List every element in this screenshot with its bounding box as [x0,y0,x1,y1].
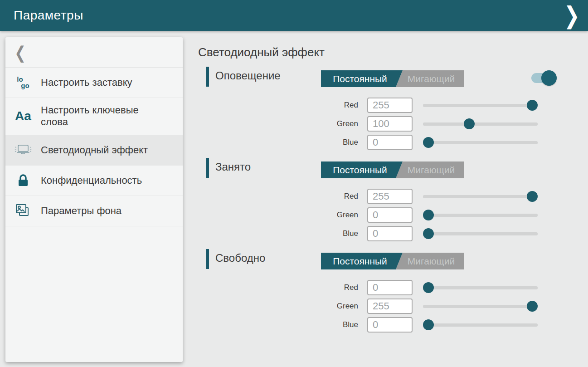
green-row: Green [198,298,588,314]
mode-solid-label: Постоянный [333,165,387,176]
green-row: Green [198,116,588,132]
blue-input[interactable] [367,317,413,333]
mode-blinking-button[interactable]: Мигающий [393,70,464,87]
green-slider[interactable] [423,298,538,314]
rgb-controls: Red Green Blue [198,189,588,245]
slider-thumb[interactable] [423,210,434,220]
red-row: Red [198,280,588,295]
section-accent-bar [206,67,209,87]
notification-enabled-switch[interactable] [531,73,555,83]
sidebar-item-label: Светодиодный эффект [41,138,152,162]
slider-track [423,195,538,198]
red-slider[interactable] [423,98,538,113]
slider-track [423,232,538,235]
blue-slider[interactable] [423,226,538,241]
images-icon [5,203,41,219]
sidebar-item-background[interactable]: Параметры фона [5,196,183,226]
slider-thumb[interactable] [464,118,475,129]
mode-blinking-label: Мигающий [408,165,455,176]
app-header: Параметры ❯ [0,0,588,31]
sidebar-item-privacy[interactable]: Конфиденциальность [5,166,183,196]
mode-blinking-label: Мигающий [408,256,455,267]
section-title: Оповещение [215,69,281,82]
slider-thumb[interactable] [423,282,434,293]
green-slider[interactable] [423,207,538,223]
red-row: Red [198,189,588,204]
green-label: Green [313,302,358,311]
slider-thumb[interactable] [423,137,434,148]
mode-solid-button[interactable]: Постоянный [321,161,403,178]
blue-row: Blue [198,135,588,150]
section-free: Свободно Мигающий Постоянный Red Green [198,249,588,335]
mode-segmented-control: Мигающий Постоянный [321,253,464,269]
slider-thumb[interactable] [527,301,538,312]
red-label: Red [313,101,358,110]
blue-label: Blue [313,138,358,147]
red-input[interactable] [367,280,413,295]
mode-solid-label: Постоянный [333,256,387,267]
green-input[interactable] [367,298,413,314]
lock-icon [5,173,41,188]
slider-thumb[interactable] [423,319,434,330]
mode-blinking-label: Мигающий [408,73,455,84]
mode-solid-button[interactable]: Постоянный [321,70,403,87]
sidebar-back-button[interactable]: ❮ [5,37,183,68]
red-label: Red [313,192,358,201]
red-slider[interactable] [423,189,538,204]
mode-blinking-button[interactable]: Мигающий [393,161,464,178]
green-row: Green [198,207,588,223]
blue-row: Blue [198,226,588,241]
section-title: Занято [215,161,251,173]
mode-solid-label: Постоянный [333,73,387,84]
page-title: Светодиодный эффект [198,45,325,59]
red-input[interactable] [367,189,413,204]
section-accent-bar [206,249,209,269]
sidebar-item-label: Настроить ключевые слова [41,98,163,135]
sidebar-item-led-effect[interactable]: Светодиодный эффект [5,135,183,166]
slider-thumb[interactable] [527,191,538,202]
green-label: Green [313,210,358,220]
section-notification: Оповещение Мигающий Постоянный Red Green [198,67,588,153]
slider-track [423,141,538,144]
slider-track [423,122,538,126]
slider-track [423,323,538,327]
blue-label: Blue [313,229,358,238]
green-slider[interactable] [423,116,538,132]
green-input[interactable] [367,207,413,223]
red-row: Red [198,98,588,113]
blue-slider[interactable] [423,317,538,333]
red-slider[interactable] [423,280,538,295]
slider-track [423,305,538,308]
forward-chevron-icon[interactable]: ❯ [564,4,580,28]
section-accent-bar [206,158,209,178]
sidebar-item-label: Параметры фона [41,199,126,223]
sidebar-item-splash-screen[interactable]: logo Настроить заставку [5,68,183,98]
mode-segmented-control: Мигающий Постоянный [321,161,464,178]
Aa-icon: Aa [5,110,41,122]
slider-thumb[interactable] [423,228,434,239]
slider-track [423,286,538,289]
blue-slider[interactable] [423,135,538,150]
blue-label: Blue [313,320,358,329]
slider-track [423,214,538,217]
blue-input[interactable] [367,226,413,241]
blue-input[interactable] [367,135,413,150]
red-label: Red [313,283,358,292]
mode-segmented-control: Мигающий Постоянный [321,70,464,87]
slider-thumb[interactable] [527,100,538,111]
settings-sidebar: ❮ logo Настроить заставку Aa Настроить к… [5,37,183,362]
red-input[interactable] [367,98,413,113]
sidebar-item-label: Настроить заставку [41,70,137,95]
mode-blinking-button[interactable]: Мигающий [393,253,464,269]
section-busy: Занято Мигающий Постоянный Red Green B [198,158,588,244]
back-chevron-icon: ❮ [15,42,26,62]
section-title: Свободно [215,252,265,264]
sidebar-item-keywords[interactable]: Aa Настроить ключевые слова [5,98,183,135]
blue-row: Blue [198,317,588,333]
rgb-controls: Red Green Blue [198,98,588,153]
mode-solid-button[interactable]: Постоянный [321,253,403,269]
slider-track [423,104,538,107]
green-input[interactable] [367,116,413,132]
led-screen-icon [5,143,41,157]
rgb-controls: Red Green Blue [198,280,588,336]
